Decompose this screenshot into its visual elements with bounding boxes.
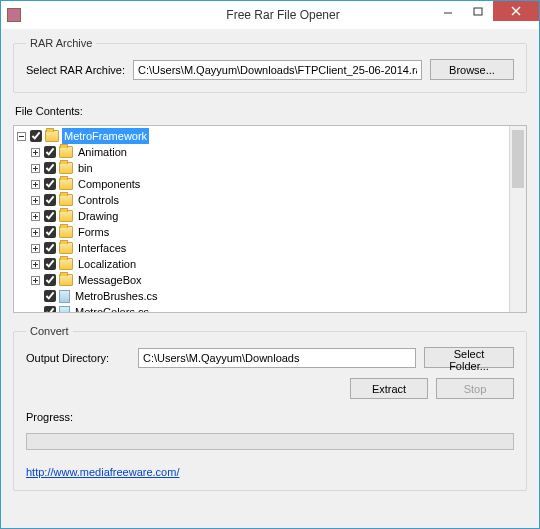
tree-node-label[interactable]: Forms	[76, 224, 111, 240]
tree-node-label[interactable]: MetroFramework	[62, 128, 149, 144]
file-contents-label: File Contents:	[15, 105, 527, 117]
expand-icon[interactable]	[30, 195, 41, 206]
tree-node[interactable]: MetroColors.cs	[16, 304, 509, 312]
tree-body[interactable]: MetroFramework AnimationbinComponentsCon…	[14, 126, 509, 312]
minimize-icon	[443, 6, 453, 16]
window-controls	[433, 1, 539, 21]
expand-icon[interactable]	[30, 211, 41, 222]
expand-icon[interactable]	[30, 147, 41, 158]
file-icon	[59, 290, 70, 303]
tree-node-label[interactable]: Drawing	[76, 208, 120, 224]
folder-icon	[59, 210, 73, 222]
tree-node[interactable]: Animation	[16, 144, 509, 160]
website-link[interactable]: http://www.mediafreeware.com/	[26, 466, 514, 478]
output-dir-label: Output Directory:	[26, 352, 130, 364]
tree-checkbox[interactable]	[44, 242, 56, 254]
tree-checkbox[interactable]	[44, 178, 56, 190]
tree-checkbox[interactable]	[44, 290, 56, 302]
tree-checkbox[interactable]	[44, 226, 56, 238]
tree-node-label[interactable]: bin	[76, 160, 95, 176]
select-archive-label: Select RAR Archive:	[26, 64, 125, 76]
rar-archive-group: RAR Archive Select RAR Archive: Browse..…	[13, 37, 527, 93]
folder-icon	[59, 178, 73, 190]
select-folder-button[interactable]: Select Folder...	[424, 347, 514, 368]
folder-icon	[59, 274, 73, 286]
app-window: Free Rar File Opener RAR Archive Select …	[0, 0, 540, 529]
folder-icon	[59, 226, 73, 238]
tree-node-label[interactable]: Interfaces	[76, 240, 128, 256]
convert-legend: Convert	[26, 325, 73, 337]
file-tree: MetroFramework AnimationbinComponentsCon…	[13, 125, 527, 313]
folder-icon	[59, 146, 73, 158]
tree-node-label[interactable]: MetroBrushes.cs	[73, 288, 160, 304]
tree-checkbox[interactable]	[44, 210, 56, 222]
folder-icon	[59, 162, 73, 174]
close-icon	[511, 6, 521, 16]
rar-archive-legend: RAR Archive	[26, 37, 96, 49]
maximize-icon	[473, 6, 483, 16]
expand-icon[interactable]	[30, 163, 41, 174]
convert-group: Convert Output Directory: Select Folder.…	[13, 325, 527, 491]
tree-node[interactable]: Localization	[16, 256, 509, 272]
expand-icon[interactable]	[30, 179, 41, 190]
stop-button[interactable]: Stop	[436, 378, 514, 399]
tree-node[interactable]: MessageBox	[16, 272, 509, 288]
scroll-thumb[interactable]	[512, 130, 524, 188]
tree-checkbox[interactable]	[44, 258, 56, 270]
expand-icon[interactable]	[30, 243, 41, 254]
expand-icon[interactable]	[30, 275, 41, 286]
folder-icon	[59, 242, 73, 254]
extract-button[interactable]: Extract	[350, 378, 428, 399]
folder-icon	[59, 258, 73, 270]
tree-checkbox[interactable]	[30, 130, 42, 142]
expand-icon[interactable]	[30, 227, 41, 238]
tree-node-label[interactable]: MetroColors.cs	[73, 304, 151, 312]
progress-bar	[26, 433, 514, 450]
file-icon	[59, 306, 70, 313]
tree-checkbox[interactable]	[44, 162, 56, 174]
titlebar: Free Rar File Opener	[1, 1, 539, 29]
tree-node-label[interactable]: Controls	[76, 192, 121, 208]
tree-node-label[interactable]: Components	[76, 176, 142, 192]
output-dir-input[interactable]	[138, 348, 416, 368]
tree-node-label[interactable]: Localization	[76, 256, 138, 272]
close-button[interactable]	[493, 1, 539, 21]
tree-node[interactable]: bin	[16, 160, 509, 176]
client-area: RAR Archive Select RAR Archive: Browse..…	[1, 29, 539, 528]
tree-node[interactable]: Components	[16, 176, 509, 192]
tree-node[interactable]: Drawing	[16, 208, 509, 224]
tree-checkbox[interactable]	[44, 306, 56, 312]
tree-node[interactable]: Controls	[16, 192, 509, 208]
tree-scrollbar[interactable]	[509, 126, 526, 312]
folder-icon	[59, 194, 73, 206]
collapse-icon[interactable]	[16, 131, 27, 142]
tree-checkbox[interactable]	[44, 274, 56, 286]
tree-node[interactable]: MetroBrushes.cs	[16, 288, 509, 304]
tree-checkbox[interactable]	[44, 194, 56, 206]
maximize-button[interactable]	[463, 1, 493, 21]
tree-node-label[interactable]: Animation	[76, 144, 129, 160]
browse-button[interactable]: Browse...	[430, 59, 514, 80]
expand-icon[interactable]	[30, 259, 41, 270]
tree-node-label[interactable]: MessageBox	[76, 272, 144, 288]
tree-node[interactable]: Interfaces	[16, 240, 509, 256]
tree-checkbox[interactable]	[44, 146, 56, 158]
minimize-button[interactable]	[433, 1, 463, 21]
tree-node-root[interactable]: MetroFramework	[16, 128, 509, 144]
folder-icon	[45, 130, 59, 142]
tree-node[interactable]: Forms	[16, 224, 509, 240]
archive-path-input[interactable]	[133, 60, 422, 80]
progress-label: Progress:	[26, 411, 514, 423]
app-icon	[7, 8, 21, 22]
svg-rect-1	[474, 8, 482, 15]
